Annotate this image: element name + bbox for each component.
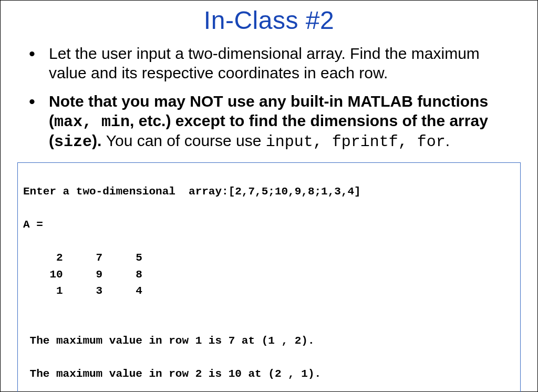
bullet2-funcs2: input, fprintf, for — [266, 133, 446, 151]
matrix-row-1: 2 7 5 — [23, 252, 142, 264]
bullet-item-2: Note that you may NOT use any built-in M… — [25, 92, 518, 152]
code-output-box: Enter a two-dimensional array:[2,7,5;10,… — [17, 162, 521, 392]
output-line-2: The maximum value in row 2 is 10 at (2 ,… — [23, 368, 321, 380]
bullet2-size: size — [54, 133, 92, 151]
code-prompt-line: Enter a two-dimensional array:[2,7,5;10,… — [23, 185, 361, 198]
matrix-row-2: 10 9 8 — [23, 269, 142, 281]
code-avar: A = — [23, 219, 43, 231]
bullet-text-1: Let the user input a two-dimensional arr… — [49, 45, 480, 81]
matrix-row-3: 1 3 4 — [23, 285, 142, 297]
bullet2-funcs1: max, min — [54, 113, 130, 131]
bullet2-after: ). — [92, 132, 106, 149]
output-line-1: The maximum value in row 1 is 7 at (1 , … — [23, 335, 315, 347]
bullet-list: Let the user input a two-dimensional arr… — [15, 44, 523, 152]
bullet2-period: . — [446, 132, 450, 149]
bullet-item-1: Let the user input a two-dimensional arr… — [25, 44, 518, 82]
slide: In-Class #2 Let the user input a two-dim… — [0, 0, 538, 392]
slide-title: In-Class #2 — [15, 6, 523, 35]
bullet2-tail-plain: You can of course use — [106, 132, 266, 149]
